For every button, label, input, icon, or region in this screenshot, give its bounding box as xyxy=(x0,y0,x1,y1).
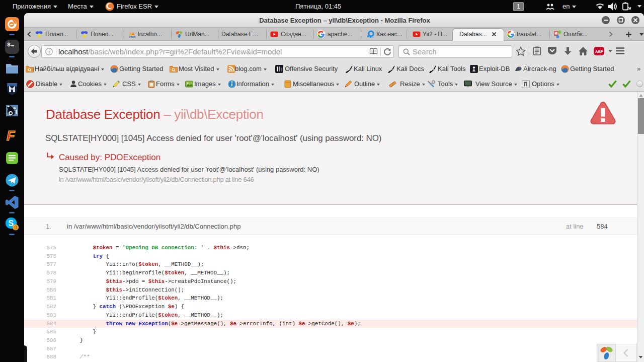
svg-text:F: F xyxy=(7,128,16,142)
svg-text:$: $ xyxy=(7,42,11,48)
svg-text:β: β xyxy=(14,225,17,230)
svg-text:PMA: PMA xyxy=(129,35,136,38)
